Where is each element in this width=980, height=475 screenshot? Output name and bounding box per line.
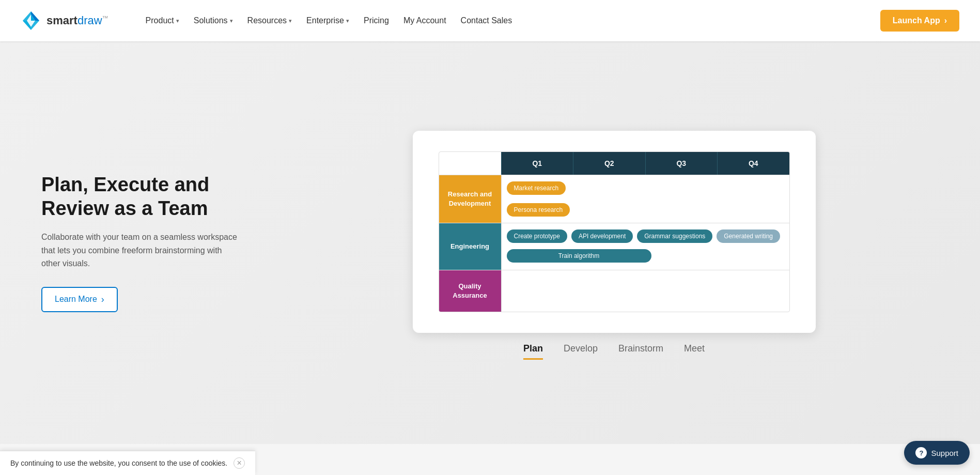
lane-content-engineering: Create prototype API development Grammar… bbox=[501, 223, 789, 270]
arrow-right-icon: › bbox=[944, 16, 947, 25]
pill-market-research: Market research bbox=[507, 181, 566, 195]
left-panel: Plan, Execute and Review as a Team Colla… bbox=[41, 152, 238, 333]
nav-solutions[interactable]: Solutions ▾ bbox=[188, 12, 239, 29]
logo-trademark: ™ bbox=[102, 14, 108, 22]
lane-row-qa: Quality Assurance bbox=[439, 270, 789, 312]
launch-app-button[interactable]: Launch App › bbox=[880, 10, 959, 32]
logo[interactable]: smartdraw™ bbox=[21, 10, 108, 31]
main-content: Plan, Execute and Review as a Team Colla… bbox=[0, 41, 980, 444]
header-q1: Q1 bbox=[501, 152, 573, 175]
tab-meet[interactable]: Meet bbox=[684, 343, 705, 360]
navbar: smartdraw™ Product ▾ Solutions ▾ Resourc… bbox=[0, 0, 980, 41]
logo-text-draw: draw bbox=[77, 14, 102, 27]
nav-right: Launch App › bbox=[874, 10, 959, 32]
diagram-card: Q1 Q2 Q3 Q4 Research and Development Mar… bbox=[413, 131, 816, 333]
nav-links: Product ▾ Solutions ▾ Resources ▾ Enterp… bbox=[139, 12, 874, 29]
swimlane-diagram: Q1 Q2 Q3 Q4 Research and Development Mar… bbox=[439, 151, 790, 312]
lane-content-qa bbox=[501, 270, 789, 312]
nav-enterprise[interactable]: Enterprise ▾ bbox=[300, 12, 355, 29]
lane-label-qa: Quality Assurance bbox=[439, 270, 501, 312]
pill-api-development: API development bbox=[571, 229, 633, 243]
hero-description: Collaborate with your team on a seamless… bbox=[41, 231, 238, 270]
nav-pricing[interactable]: Pricing bbox=[357, 12, 395, 29]
header-q2: Q2 bbox=[573, 152, 645, 175]
arrow-right-icon: › bbox=[101, 294, 104, 305]
pill-grammar-suggestions: Grammar suggestions bbox=[637, 229, 712, 243]
nav-resources[interactable]: Resources ▾ bbox=[241, 12, 298, 29]
logo-text-smart: smart bbox=[46, 14, 77, 27]
chevron-down-icon: ▾ bbox=[176, 18, 179, 24]
nav-product[interactable]: Product ▾ bbox=[139, 12, 185, 29]
chevron-down-icon: ▾ bbox=[289, 18, 292, 24]
lane-row-rd: Research and Development Market research… bbox=[439, 175, 789, 223]
pill-create-prototype: Create prototype bbox=[507, 229, 567, 243]
pill-persona-research: Persona research bbox=[507, 203, 570, 217]
lane-label-engineering: Engineering bbox=[439, 223, 501, 270]
pill-train-algorithm: Train algorithm bbox=[507, 249, 651, 263]
header-empty-cell bbox=[439, 152, 501, 175]
tab-develop[interactable]: Develop bbox=[564, 343, 598, 360]
hero-title: Plan, Execute and Review as a Team bbox=[41, 173, 238, 220]
tab-plan[interactable]: Plan bbox=[523, 343, 543, 360]
learn-more-button[interactable]: Learn More › bbox=[41, 287, 118, 312]
nav-my-account[interactable]: My Account bbox=[397, 12, 453, 29]
pill-generated-writing: Generated writing bbox=[717, 229, 780, 243]
chevron-down-icon: ▾ bbox=[230, 18, 233, 24]
lane-content-rd: Market research Persona research bbox=[501, 175, 789, 223]
swimlane-header: Q1 Q2 Q3 Q4 bbox=[439, 152, 789, 175]
logo-icon bbox=[21, 10, 41, 31]
lane-label-rd: Research and Development bbox=[439, 175, 501, 223]
tab-brainstorm[interactable]: Brainstorm bbox=[618, 343, 663, 360]
right-panel: Q1 Q2 Q3 Q4 Research and Development Mar… bbox=[238, 110, 980, 375]
lane-row-engineering: Engineering Create prototype API develop… bbox=[439, 223, 789, 270]
tabs-row: Plan Develop Brainstorm Meet bbox=[523, 333, 705, 365]
header-q4: Q4 bbox=[717, 152, 789, 175]
header-q3: Q3 bbox=[645, 152, 718, 175]
nav-contact-sales[interactable]: Contact Sales bbox=[455, 12, 519, 29]
chevron-down-icon: ▾ bbox=[346, 18, 349, 24]
support-button[interactable]: ? Support bbox=[904, 441, 970, 444]
